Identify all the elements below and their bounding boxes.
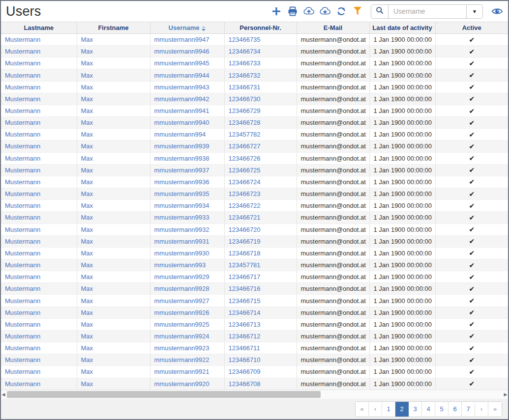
table-row[interactable]: MustermannMaxmmustermann9925123466713mus… [1,318,508,330]
cell-username[interactable]: mmustermann9932 [150,224,224,235]
pagination-page-3[interactable]: 3 [409,402,422,417]
cell-lastname[interactable]: Mustermann [1,354,77,366]
column-header-last_activity[interactable]: Last date of activity [369,22,435,34]
table-row[interactable]: MustermannMaxmmustermann9940123466728mus… [1,117,508,129]
scroll-left-arrow-icon[interactable]: ◀ [1,390,6,399]
cell-personnel_nr[interactable]: 123466716 [224,283,297,295]
cell-username[interactable]: mmustermann9939 [150,140,224,152]
cell-firstname[interactable]: Max [77,354,150,366]
table-row[interactable]: MustermannMaxmmustermann9920123466708mus… [1,378,508,390]
search-input[interactable] [389,5,466,18]
cell-firstname[interactable]: Max [77,69,150,81]
cell-firstname[interactable]: Max [77,378,150,390]
cell-personnel_nr[interactable]: 123466711 [224,342,297,354]
cell-firstname[interactable]: Max [77,176,150,188]
pagination-page-2[interactable]: 2 [395,402,409,417]
cell-lastname[interactable]: Mustermann [1,164,77,176]
cell-username[interactable]: mmustermann994 [150,129,224,140]
cell-firstname[interactable]: Max [77,307,150,318]
column-header-email[interactable]: E-Mail [297,22,369,34]
column-header-active[interactable]: Active [435,22,508,34]
table-row[interactable]: MustermannMaxmmustermann9924123466712mus… [1,330,508,342]
cell-lastname[interactable]: Mustermann [1,295,77,307]
cell-lastname[interactable]: Mustermann [1,212,77,224]
table-row[interactable]: MustermannMaxmmustermann993123457781must… [1,259,508,271]
table-row[interactable]: MustermannMaxmmustermann9943123466731mus… [1,81,508,93]
cell-username[interactable]: mmustermann9947 [150,34,224,46]
cell-username[interactable]: mmustermann9933 [150,212,224,224]
cell-firstname[interactable]: Max [77,57,150,69]
cell-personnel_nr[interactable]: 123466714 [224,307,297,318]
cell-firstname[interactable]: Max [77,93,150,105]
cell-lastname[interactable]: Mustermann [1,247,77,259]
cell-personnel_nr[interactable]: 123466708 [224,378,297,390]
table-row[interactable]: MustermannMaxmmustermann9941123466729mus… [1,105,508,116]
cell-firstname[interactable]: Max [77,81,150,93]
cell-firstname[interactable]: Max [77,342,150,354]
cell-firstname[interactable]: Max [77,330,150,342]
cell-username[interactable]: mmustermann9940 [150,117,224,129]
cell-firstname[interactable]: Max [77,117,150,129]
cell-lastname[interactable]: Mustermann [1,224,77,235]
cell-username[interactable]: mmustermann9946 [150,46,224,57]
cell-personnel_nr[interactable]: 123466724 [224,176,297,188]
cell-lastname[interactable]: Mustermann [1,366,77,378]
cell-personnel_nr[interactable]: 123466721 [224,212,297,224]
cell-firstname[interactable]: Max [77,235,150,247]
cloud-download-icon[interactable] [319,5,331,17]
table-row[interactable]: MustermannMaxmmustermann9942123466730mus… [1,93,508,105]
column-header-username[interactable]: Username [150,22,224,34]
cell-lastname[interactable]: Mustermann [1,307,77,318]
table-row[interactable]: MustermannMaxmmustermann9933123466721mus… [1,212,508,224]
table-row[interactable]: MustermannMaxmmustermann9929123466717mus… [1,271,508,283]
table-row[interactable]: MustermannMaxmmustermann9932123466720mus… [1,224,508,235]
cell-username[interactable]: mmustermann993 [150,259,224,271]
cell-username[interactable]: mmustermann9935 [150,188,224,200]
refresh-icon[interactable] [335,5,347,17]
eye-icon[interactable] [491,5,503,17]
cell-personnel_nr[interactable]: 123466730 [224,93,297,105]
cell-lastname[interactable]: Mustermann [1,176,77,188]
cell-firstname[interactable]: Max [77,152,150,164]
column-header-firstname[interactable]: Firstname [77,22,150,34]
cell-firstname[interactable]: Max [77,295,150,307]
cell-firstname[interactable]: Max [77,318,150,330]
column-header-personnel_nr[interactable]: Personnel-Nr. [224,22,297,34]
column-header-lastname[interactable]: Lastname [1,22,77,34]
horizontal-scrollbar[interactable]: ◀ ▶ [1,390,508,399]
cell-personnel_nr[interactable]: 123457781 [224,259,297,271]
cell-username[interactable]: mmustermann9921 [150,366,224,378]
scroll-right-arrow-icon[interactable]: ▶ [503,390,508,399]
cell-firstname[interactable]: Max [77,283,150,295]
cloud-upload-icon[interactable] [303,5,315,17]
table-row[interactable]: MustermannMaxmmustermann9931123466719mus… [1,235,508,247]
cell-personnel_nr[interactable]: 123466726 [224,152,297,164]
cell-username[interactable]: mmustermann9925 [150,318,224,330]
table-row[interactable]: MustermannMaxmmustermann9939123466727mus… [1,140,508,152]
cell-firstname[interactable]: Max [77,259,150,271]
table-row[interactable]: MustermannMaxmmustermann9938123466726mus… [1,152,508,164]
cell-firstname[interactable]: Max [77,46,150,57]
table-row[interactable]: MustermannMaxmmustermann9921123466709mus… [1,366,508,378]
cell-lastname[interactable]: Mustermann [1,93,77,105]
cell-username[interactable]: mmustermann9936 [150,176,224,188]
cell-personnel_nr[interactable]: 123466735 [224,34,297,46]
search-button[interactable] [371,5,389,18]
pagination-nav-button[interactable]: ‹ [369,402,382,417]
cell-personnel_nr[interactable]: 123466729 [224,105,297,116]
cell-lastname[interactable]: Mustermann [1,200,77,212]
cell-personnel_nr[interactable]: 123466710 [224,354,297,366]
cell-personnel_nr[interactable]: 123466720 [224,224,297,235]
cell-firstname[interactable]: Max [77,34,150,46]
cell-personnel_nr[interactable]: 123466719 [224,235,297,247]
cell-personnel_nr[interactable]: 123466733 [224,57,297,69]
cell-username[interactable]: mmustermann9941 [150,105,224,116]
cell-personnel_nr[interactable]: 123466734 [224,46,297,57]
cell-personnel_nr[interactable]: 123466727 [224,140,297,152]
cell-lastname[interactable]: Mustermann [1,152,77,164]
cell-username[interactable]: mmustermann9923 [150,342,224,354]
cell-firstname[interactable]: Max [77,212,150,224]
cell-username[interactable]: mmustermann9929 [150,271,224,283]
cell-personnel_nr[interactable]: 123466731 [224,81,297,93]
table-row[interactable]: MustermannMaxmmustermann9922123466710mus… [1,354,508,366]
